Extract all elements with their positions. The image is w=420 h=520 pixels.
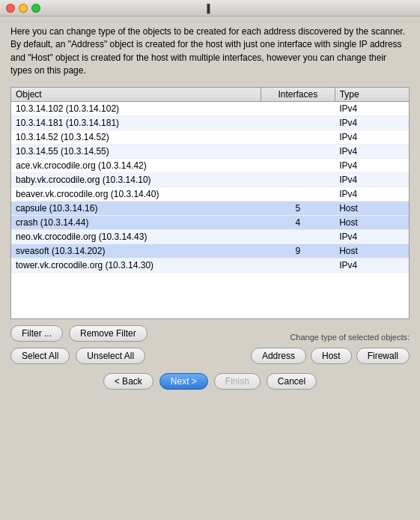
bottom-controls: Filter ... Remove Filter Select All Unse… — [10, 325, 410, 364]
description-text: Here you can change type of the objects … — [10, 25, 410, 78]
cell-interfaces — [261, 258, 335, 272]
cell-object: sveasoft (10.3.14.202) — [11, 244, 261, 258]
back-button[interactable]: < Back — [103, 373, 153, 390]
col-header-type: Type — [335, 88, 409, 102]
table-row[interactable]: crash (10.3.14.44) 4 Host — [11, 215, 409, 229]
table-row[interactable]: beaver.vk.crocodile.org (10.3.14.40) IPv… — [11, 187, 409, 201]
cell-object: 10.3.14.102 (10.3.14.102) — [11, 101, 261, 115]
table-row[interactable]: 10.3.14.181 (10.3.14.181) IPv4 — [11, 115, 409, 130]
cell-type: Host — [335, 244, 409, 258]
address-type-button[interactable]: Address — [251, 348, 306, 364]
cell-type: IPv4 — [335, 187, 409, 201]
host-type-button[interactable]: Host — [311, 348, 352, 364]
filter-buttons: Filter ... Remove Filter — [10, 325, 147, 342]
firewall-type-button[interactable]: Firewall — [356, 348, 410, 364]
cell-object: baby.vk.crocodile.org (10.3.14.10) — [11, 172, 261, 187]
cell-object: tower.vk.crocodile.org (10.3.14.30) — [11, 258, 261, 272]
window-title: ▌ — [207, 4, 213, 13]
table-row[interactable]: capsule (10.3.14.16) 5 Host — [11, 201, 409, 215]
cell-interfaces — [261, 115, 335, 130]
cell-type: IPv4 — [335, 258, 409, 272]
cell-interfaces — [261, 144, 335, 158]
table-row[interactable]: ace.vk.crocodile.org (10.3.14.42) IPv4 — [11, 158, 409, 172]
cell-interfaces — [261, 187, 335, 201]
cell-object: ace.vk.crocodile.org (10.3.14.42) — [11, 158, 261, 172]
cell-type: IPv4 — [335, 229, 409, 244]
objects-table: Object Interfaces Type 10.3.14.102 (10.3… — [11, 88, 409, 273]
table-row[interactable]: baby.vk.crocodile.org (10.3.14.10) IPv4 — [11, 172, 409, 187]
cell-object: crash (10.3.14.44) — [11, 215, 261, 229]
select-all-button[interactable]: Select All — [10, 348, 70, 364]
cell-object: 10.3.14.55 (10.3.14.55) — [11, 144, 261, 158]
col-header-object: Object — [11, 88, 261, 102]
objects-table-container[interactable]: Object Interfaces Type 10.3.14.102 (10.3… — [10, 87, 410, 319]
cell-interfaces — [261, 101, 335, 115]
cell-object: beaver.vk.crocodile.org (10.3.14.40) — [11, 187, 261, 201]
cell-interfaces — [261, 158, 335, 172]
table-row[interactable]: tower.vk.crocodile.org (10.3.14.30) IPv4 — [11, 258, 409, 272]
cell-type: IPv4 — [335, 115, 409, 130]
main-content: Here you can change type of the objects … — [0, 16, 420, 397]
unselect-all-button[interactable]: Unselect All — [76, 348, 145, 364]
table-row[interactable]: 10.3.14.52 (10.3.14.52) IPv4 — [11, 130, 409, 144]
cell-type: IPv4 — [335, 130, 409, 144]
title-bar: ▌ — [0, 0, 420, 16]
filter-button[interactable]: Filter ... — [10, 325, 63, 342]
maximize-button[interactable] — [31, 4, 40, 13]
next-button[interactable]: Next > — [159, 373, 208, 390]
select-buttons: Select All Unselect All — [10, 348, 147, 364]
finish-button: Finish — [214, 373, 261, 390]
table-row[interactable]: sveasoft (10.3.14.202) 9 Host — [11, 244, 409, 258]
table-row[interactable]: neo.vk.crocodile.org (10.3.14.43) IPv4 — [11, 229, 409, 244]
minimize-button[interactable] — [19, 4, 28, 13]
cell-type: IPv4 — [335, 101, 409, 115]
right-controls: Change type of selected objects: Address… — [251, 333, 410, 364]
change-type-label: Change type of selected objects: — [290, 333, 410, 342]
type-buttons: Address Host Firewall — [251, 348, 410, 364]
window-controls[interactable] — [6, 4, 40, 13]
cell-interfaces — [261, 130, 335, 144]
remove-filter-button[interactable]: Remove Filter — [69, 325, 147, 342]
cell-type: IPv4 — [335, 144, 409, 158]
cell-object: 10.3.14.52 (10.3.14.52) — [11, 130, 261, 144]
cell-type: IPv4 — [335, 172, 409, 187]
left-controls: Filter ... Remove Filter Select All Unse… — [10, 325, 147, 364]
cell-interfaces: 9 — [261, 244, 335, 258]
cell-object: 10.3.14.181 (10.3.14.181) — [11, 115, 261, 130]
table-row[interactable]: 10.3.14.102 (10.3.14.102) IPv4 — [11, 101, 409, 115]
cell-object: neo.vk.crocodile.org (10.3.14.43) — [11, 229, 261, 244]
cell-interfaces: 5 — [261, 201, 335, 215]
navigation-row: < Back Next > Finish Cancel — [10, 373, 410, 390]
cell-interfaces: 4 — [261, 215, 335, 229]
cell-type: Host — [335, 201, 409, 215]
cell-interfaces — [261, 229, 335, 244]
col-header-interfaces: Interfaces — [261, 88, 335, 102]
table-row[interactable]: 10.3.14.55 (10.3.14.55) IPv4 — [11, 144, 409, 158]
cancel-button[interactable]: Cancel — [267, 373, 317, 390]
cell-object: capsule (10.3.14.16) — [11, 201, 261, 215]
cell-type: Host — [335, 215, 409, 229]
close-button[interactable] — [6, 4, 15, 13]
cell-type: IPv4 — [335, 158, 409, 172]
cell-interfaces — [261, 172, 335, 187]
